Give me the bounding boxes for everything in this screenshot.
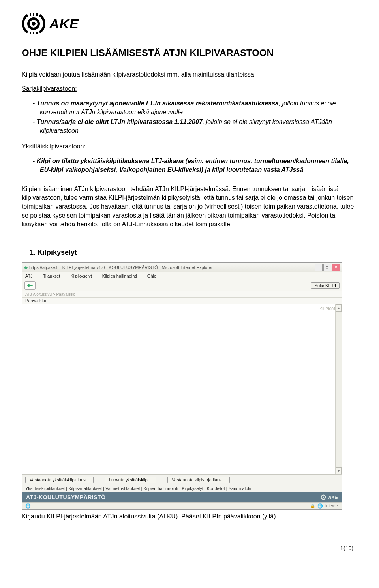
footer-links-row: Yksittäiskilpitilaukset | Kilpisarjatila… [22, 485, 342, 492]
svg-rect-2 [30, 13, 31, 16]
menu-tilaukset[interactable]: Tilaukset [43, 274, 60, 278]
scroll-down-icon[interactable]: ▼ [336, 467, 342, 474]
content-area: KILPI0010 ▲ ▼ [22, 304, 342, 475]
brand-text: AKE [49, 16, 79, 32]
browser-statusbar: 🌐 🔒 🌐 Internet [22, 502, 342, 509]
intro-text: Kilpiä voidaan joutua lisäämään kilpivar… [22, 70, 357, 79]
deliver-single-plate-button[interactable]: Luovuta yksittäiskilpi... [105, 477, 156, 483]
ake-logo-icon [22, 12, 45, 36]
back-button[interactable] [24, 281, 36, 290]
window-close-button[interactable]: × [332, 264, 340, 271]
vertical-scrollbar[interactable]: ▲ ▼ [335, 304, 342, 474]
svg-rect-7 [36, 32, 38, 34]
view-subtitle: Päävalikko [22, 298, 342, 304]
section-1-heading: 1. Kilpikyselyt [30, 248, 357, 257]
menu-ohje[interactable]: Ohje [147, 274, 156, 278]
screenshot-caption: Kirjaudu KILPI-järjestelmään ATJn aloitu… [22, 512, 357, 521]
body-paragraph: Kilpien lisääminen ATJn kilpivarastoon t… [22, 185, 357, 229]
lock-icon: 🔒 [310, 504, 315, 508]
sarja-list: Tunnus on määräytynyt ajoneuvolle LTJn a… [22, 99, 357, 135]
menu-kilpikyselyt[interactable]: Kilpikyselyt [70, 274, 92, 278]
brand-logo: AKE [22, 12, 357, 36]
link-yksittaiskilpitilaukset[interactable]: Yksittäiskilpitilaukset [25, 486, 65, 491]
ake-mini-icon [320, 494, 326, 500]
globe-icon: 🌐 [25, 503, 31, 509]
action-button-row: Vastaanota yksittäiskilpitilaus... Luovu… [22, 475, 342, 485]
link-kilpikyselyt[interactable]: Kilpikyselyt [182, 486, 203, 491]
yksittais-item-1: Kilpi on tilattu yksittäiskilpitilauksen… [33, 157, 357, 175]
zone-globe-icon: 🌐 [317, 503, 323, 509]
receive-plate-series-order-button[interactable]: Vastaanota kilpisarjatilaus... [167, 477, 230, 483]
link-sanomaloki[interactable]: Sanomaloki [229, 486, 251, 491]
link-koodistot[interactable]: Koodistot [207, 486, 225, 491]
scroll-up-icon[interactable]: ▲ [336, 304, 342, 312]
window-titlebar: ◆ https://atj.ake.fi - KILPI-järjestelmä… [22, 263, 342, 272]
app-screenshot: ◆ https://atj.ake.fi - KILPI-järjestelmä… [22, 262, 342, 510]
link-kilpien-hallinnointi[interactable]: Kilpien hallinnointi [143, 486, 178, 491]
svg-rect-5 [30, 32, 31, 34]
status-zone-label: Internet [325, 504, 339, 508]
page-title: OHJE KILPIEN LISÄÄMISESTÄ ATJN KILPIVARA… [22, 47, 357, 58]
toolbar: Sulje KILPI [22, 280, 342, 291]
yksittais-heading: Yksittäiskilpivarastoon: [22, 142, 357, 151]
menu-kilpien-hallinnointi[interactable]: Kilpien hallinnointi [102, 274, 137, 278]
environment-brand: AKE [320, 494, 338, 500]
window-title: https://atj.ake.fi - KILPI-järjestelmä v… [29, 265, 315, 270]
svg-rect-6 [33, 32, 34, 34]
favicon-icon: ◆ [24, 265, 28, 270]
svg-point-9 [323, 497, 324, 498]
close-kilpi-button[interactable]: Sulje KILPI [311, 282, 340, 289]
svg-rect-3 [33, 13, 34, 16]
link-kilpisarjatilaukset[interactable]: Kilpisarjatilaukset [68, 486, 102, 491]
breadcrumb: ATJ Aloitussivu > Päävalikko [22, 291, 342, 298]
menu-atj[interactable]: ATJ [25, 274, 33, 278]
sarja-heading: Sarjakilpivarastoon: [22, 85, 357, 93]
sarja-item-2: Tunnus/sarja ei ole ollut LTJn kilpivara… [33, 118, 357, 135]
sarja-item-1: Tunnus on määräytynyt ajoneuvolle LTJn a… [33, 99, 357, 117]
receive-single-plate-order-button[interactable]: Vastaanota yksittäiskilpitilaus... [25, 477, 94, 483]
back-arrow-icon [27, 284, 33, 287]
environment-label: ATJ-KOULUTUSYMPÄRISTÖ [26, 494, 106, 500]
yksittais-list: Kilpi on tilattu yksittäiskilpitilauksen… [22, 157, 357, 175]
environment-bar: ATJ-KOULUTUSYMPÄRISTÖ AKE [22, 492, 342, 502]
svg-rect-4 [36, 13, 38, 16]
menubar: ATJ Tilaukset Kilpikyselyt Kilpien halli… [22, 272, 342, 280]
svg-point-1 [32, 22, 36, 26]
window-maximize-button[interactable]: □ [323, 264, 331, 271]
link-valmistustilaukset[interactable]: Valmistustilaukset [105, 486, 140, 491]
window-minimize-button[interactable]: _ [315, 264, 323, 271]
page-number: 1(10) [22, 545, 357, 551]
